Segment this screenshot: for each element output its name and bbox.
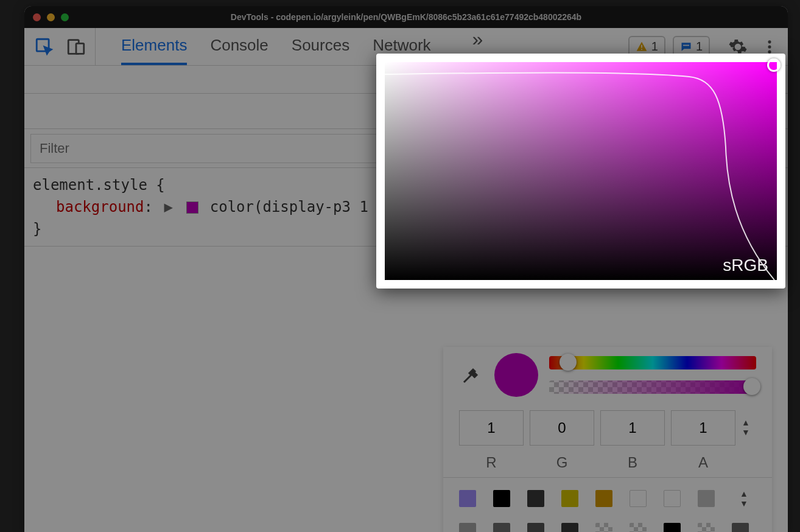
close-brace: } [33, 220, 41, 237]
traffic-lights [33, 13, 69, 21]
swatches-grid: ▲ ▼ [443, 477, 772, 532]
svg-point-7 [768, 45, 771, 48]
svg-rect-4 [641, 49, 642, 50]
swatches-expand-button[interactable]: ▲ ▼ [732, 489, 756, 508]
current-color-swatch [494, 353, 538, 397]
swatch[interactable] [595, 490, 612, 507]
kebab-menu-icon[interactable] [761, 38, 778, 55]
tab-sources[interactable]: Sources [292, 28, 349, 65]
tab-elements[interactable]: Elements [121, 28, 187, 65]
device-toolbar-icon[interactable] [66, 37, 86, 57]
alpha-slider[interactable] [549, 380, 756, 394]
hue-slider[interactable] [549, 356, 756, 369]
svg-rect-5 [683, 44, 689, 46]
channel-g-input[interactable] [530, 410, 594, 446]
swatch[interactable] [527, 490, 544, 507]
open-brace: { [156, 177, 164, 194]
eyedropper-button[interactable] [459, 363, 483, 387]
hue-thumb[interactable] [560, 354, 577, 371]
swatch[interactable] [595, 523, 612, 532]
channel-a-input[interactable] [671, 410, 735, 446]
channel-r-label: R [459, 454, 524, 471]
swatch[interactable] [459, 490, 476, 507]
channel-a-label: A [671, 454, 735, 471]
swatch[interactable] [664, 490, 681, 507]
swatch[interactable] [561, 490, 578, 507]
css-property-value[interactable]: color(display-p3 1 0 [210, 198, 386, 215]
swatch[interactable] [664, 523, 681, 532]
swatch[interactable] [630, 523, 647, 532]
css-selector[interactable]: element.style [33, 177, 147, 194]
swatch[interactable] [698, 523, 715, 532]
color-spectrum[interactable]: sRGB [385, 62, 777, 280]
minimize-window-button[interactable] [47, 13, 55, 21]
gamut-boundary-line [385, 62, 777, 280]
alpha-thumb[interactable] [743, 378, 760, 395]
channel-b-label: B [600, 454, 665, 471]
css-property-name[interactable]: background [56, 198, 144, 215]
svg-rect-3 [641, 44, 642, 47]
swatch[interactable] [459, 523, 476, 532]
expand-triangle-icon[interactable]: ▶ [164, 198, 172, 215]
channel-b-input[interactable] [600, 410, 665, 446]
messages-count: 1 [696, 40, 703, 54]
channel-r-input[interactable] [459, 410, 524, 446]
inspect-element-icon[interactable] [34, 37, 55, 57]
swatch[interactable] [493, 490, 510, 507]
swatch[interactable] [493, 523, 510, 532]
window-title: DevTools - codepen.io/argyleink/pen/QWBg… [24, 12, 788, 22]
color-picker-popup: sRGB [376, 54, 785, 289]
maximize-window-button[interactable] [61, 13, 69, 21]
swatch[interactable] [527, 523, 544, 532]
swatch[interactable] [732, 523, 749, 532]
close-window-button[interactable] [33, 13, 41, 21]
swatch[interactable] [561, 523, 578, 532]
svg-rect-2 [76, 43, 84, 54]
channel-g-label: G [530, 454, 594, 471]
svg-point-6 [768, 40, 771, 43]
tab-console[interactable]: Console [210, 28, 268, 65]
color-picker-controls: R G B A ▲▼ ▲ ▼ [443, 347, 772, 532]
titlebar: DevTools - codepen.io/argyleink/pen/QWBg… [24, 6, 788, 28]
svg-point-8 [768, 50, 771, 53]
swatch[interactable] [630, 490, 647, 507]
warnings-count: 1 [651, 40, 658, 54]
gamut-label: sRGB [723, 256, 768, 275]
format-switch-button[interactable]: ▲▼ [742, 410, 756, 437]
swatch[interactable] [698, 490, 715, 507]
spectrum-handle[interactable] [767, 58, 781, 72]
color-swatch-inline[interactable] [186, 201, 198, 214]
